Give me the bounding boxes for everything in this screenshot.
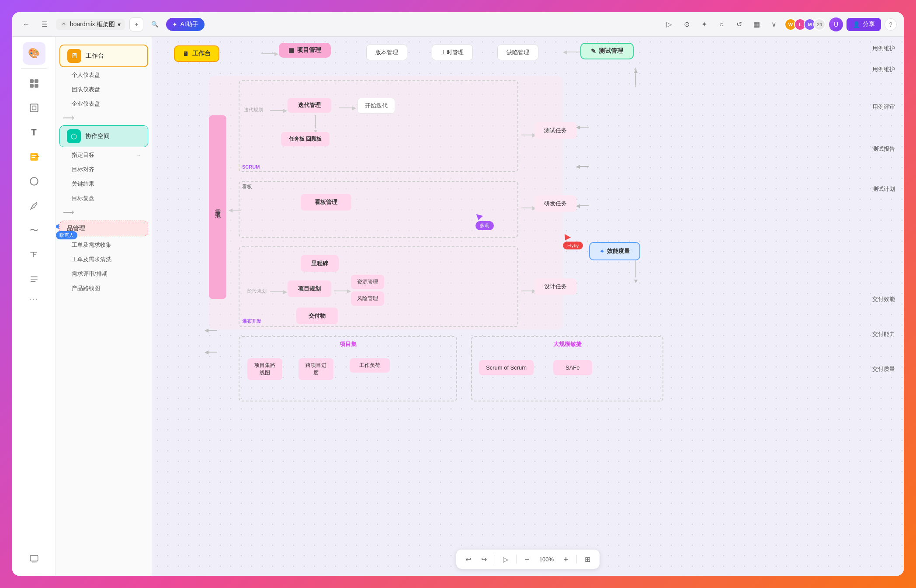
efficiency-label: 效能度量 <box>607 247 630 255</box>
zoom-in-button[interactable]: + <box>559 552 573 566</box>
sidebar-more-button[interactable]: ··· <box>23 292 45 304</box>
redo-button[interactable]: ↪ <box>477 552 491 566</box>
nav-collab-space[interactable]: ⬡ 协作空间 <box>59 125 148 147</box>
scrum-region: SCRUM <box>239 80 518 172</box>
current-user-avatar[interactable]: U <box>829 17 843 31</box>
back-button[interactable]: ← <box>19 17 33 31</box>
time-mgmt-box[interactable]: 工时管理 <box>432 45 473 60</box>
cross-proj-box[interactable]: 跨项目进度 <box>298 358 333 380</box>
nav-order-clean[interactable]: 工单及需求清洗 <box>59 252 148 266</box>
iter-mgmt-box[interactable]: 迭代管理 <box>288 98 331 113</box>
sidebar-icon-frame[interactable] <box>23 97 45 119</box>
zoom-level-display[interactable]: 100% <box>536 556 557 563</box>
milestone-box[interactable]: 里程碑 <box>301 255 339 272</box>
present-button[interactable]: ⊙ <box>680 17 694 31</box>
nav-personal-dashboard[interactable]: 个人仪表盘 <box>59 68 148 82</box>
svg-rect-2 <box>35 79 38 83</box>
comment-button[interactable]: ○ <box>715 17 729 31</box>
proj-plan-box[interactable]: 项目规划 <box>288 280 331 297</box>
nav-demand-review[interactable]: 需求评审/排期 <box>59 267 148 281</box>
proj-set-roadmap-box[interactable]: 项目集路线图 <box>247 358 282 380</box>
task-board-box[interactable]: 任务板 回顾板 <box>281 132 330 146</box>
sidebar-icon-logo[interactable]: 🎨 <box>23 42 45 65</box>
test-mgmt-box[interactable]: ✎ 测试管理 <box>580 43 634 59</box>
delivery-capacity-right[interactable]: 交付能力 <box>872 330 895 338</box>
program-set-title: 项目集 <box>340 340 357 348</box>
nav-team-dashboard-label: 团队仪表盘 <box>72 86 100 93</box>
nav-set-goal[interactable]: 指定目标 → <box>59 148 148 162</box>
defect-mgmt-box[interactable]: 缺陷管理 <box>497 45 538 60</box>
delivery-quality-right[interactable]: 交付质量 <box>872 365 895 373</box>
fit-screen-button[interactable]: ⊞ <box>580 552 594 566</box>
bookmark-button[interactable]: ♦ <box>129 17 143 31</box>
kanban-mgmt-box[interactable]: 看板管理 <box>301 194 351 211</box>
risk-mgmt-box[interactable]: 风险管理 <box>351 291 384 306</box>
test-mgmt-label: 测试管理 <box>599 47 623 55</box>
draw-button[interactable]: ✦ <box>697 17 711 31</box>
sidebar-icon-shape[interactable] <box>23 170 45 193</box>
sidebar-icon-ai2[interactable] <box>23 243 45 266</box>
sidebar-icon-connector[interactable]: 〜 <box>23 219 45 242</box>
nav-team-dashboard[interactable]: 团队仪表盘 <box>59 83 148 97</box>
efficiency-box[interactable]: ✦ 效能度量 <box>589 242 640 260</box>
test-plan-right[interactable]: 测试计划 <box>872 185 895 193</box>
zoom-out-button[interactable]: − <box>520 552 534 566</box>
nav-key-result[interactable]: 关键结果 <box>59 177 148 191</box>
nav-align-goal[interactable]: 目标对齐 <box>59 163 148 176</box>
canvas-area[interactable]: 🖥 工作台 ▶ ▦ 项目管理 版本管理 工时管理 缺陷管理 <box>152 37 904 576</box>
project-mgmt-box[interactable]: ▦ 项目管理 <box>279 43 331 58</box>
nav-workbench[interactable]: 🖥 工作台 <box>59 45 148 67</box>
safe-box[interactable]: SAFe <box>553 360 592 375</box>
more-button[interactable]: ∨ <box>767 17 781 31</box>
svg-rect-12 <box>30 555 38 561</box>
sidebar-icon-grid[interactable] <box>23 72 45 95</box>
deliverable-label: 交付物 <box>309 312 326 319</box>
nav-goal-retro[interactable]: 目标复盘 <box>59 191 148 205</box>
menu-button[interactable]: ☰ <box>38 17 52 31</box>
test-task-box[interactable]: 测试任务 <box>534 122 576 139</box>
sidebar-icon-text[interactable]: T <box>23 121 45 144</box>
pin-doli: 多莉 <box>475 221 494 230</box>
app-name-dropdown[interactable]: boardmix 框架图 ▾ <box>56 19 125 30</box>
scrum-of-scrum-box[interactable]: Scrum of Scrum <box>479 360 534 375</box>
start-iter-box[interactable]: 开始迭代 <box>357 98 395 114</box>
safe-label: SAFe <box>566 364 580 371</box>
share-button[interactable]: 👤 分享 <box>847 18 881 31</box>
test-report-right[interactable]: 测试报告 <box>872 145 895 153</box>
pointer-button[interactable]: ▷ <box>499 552 513 566</box>
search-button[interactable]: 🔍 <box>148 17 162 31</box>
sidebar-icon-pen[interactable] <box>23 194 45 217</box>
workbench-top-box[interactable]: 🖥 工作台 <box>174 45 219 62</box>
delivery-efficiency-right[interactable]: 交付效能 <box>872 295 895 303</box>
dev-task-box[interactable]: 研发任务 <box>534 195 576 212</box>
play-button[interactable]: ▷ <box>662 17 676 31</box>
nav-order-collect[interactable]: 工单及需求收集 <box>59 238 148 252</box>
sidebar-icon-list[interactable] <box>23 268 45 291</box>
demand-pool-box[interactable]: 需求池 <box>209 115 226 299</box>
sidebar-icon-bottom[interactable] <box>23 548 45 571</box>
workload-box[interactable]: 工作负荷 <box>350 358 390 373</box>
undo-button[interactable]: ↩ <box>461 552 475 566</box>
nav-collab-label: 协作空间 <box>85 132 110 140</box>
arrow-iter-mgmt: ▶ <box>339 105 356 111</box>
help-button[interactable]: ? <box>885 18 897 31</box>
nav-roadmap[interactable]: 产品路线图 <box>59 281 148 295</box>
deliverable-box[interactable]: 交付物 <box>296 308 338 324</box>
use-case-maintain-text: 用例维护 <box>872 45 895 52</box>
nav-enterprise-dashboard[interactable]: 企业仪表盘 <box>59 97 148 111</box>
arrow-to-design-task: ▶ <box>521 288 536 294</box>
use-case-maintain-label[interactable]: 用例维护 <box>872 45 895 52</box>
chart-button[interactable]: ▦ <box>749 17 763 31</box>
resource-mgmt-box[interactable]: 资源管理 <box>351 275 384 289</box>
use-case-maintain-right[interactable]: 用例维护 <box>872 66 895 73</box>
nav-key-result-label: 关键结果 <box>72 180 94 188</box>
ai-assistant-button[interactable]: ✦ AI助手 <box>166 18 204 31</box>
sticky-icon <box>29 152 39 162</box>
history-button[interactable]: ↺ <box>732 17 746 31</box>
version-mgmt-box[interactable]: 版本管理 <box>366 45 407 60</box>
resource-mgmt-label: 资源管理 <box>357 279 378 285</box>
design-task-box[interactable]: 设计任务 <box>534 278 576 295</box>
use-case-review-right[interactable]: 用例评审 <box>872 103 895 111</box>
collaborators-avatars: W L M 24 <box>784 18 826 31</box>
sidebar-icon-sticky[interactable] <box>23 145 45 168</box>
